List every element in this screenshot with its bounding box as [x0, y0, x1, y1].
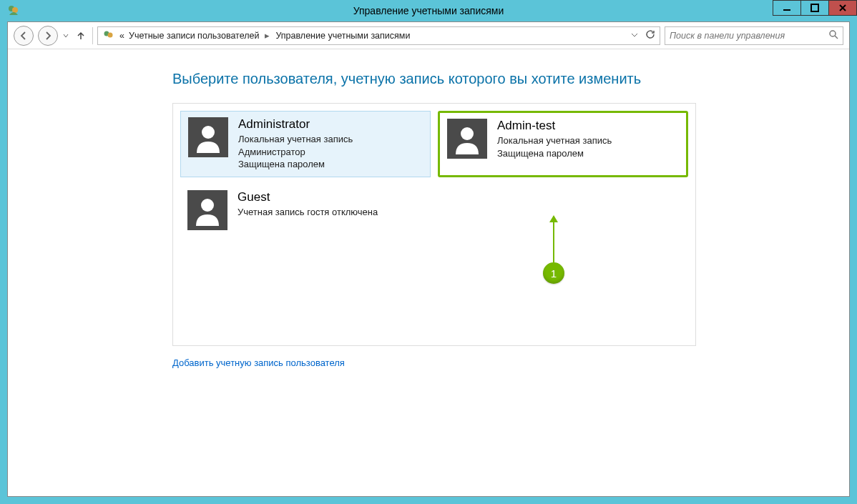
account-meta: Локальная учетная запись — [497, 134, 612, 147]
content-area: Выберите пользователя, учетную запись ко… — [8, 49, 849, 382]
account-name: Administrator — [238, 117, 353, 133]
svg-point-5 — [108, 32, 113, 37]
account-info: Administrator Локальная учетная запись А… — [238, 117, 353, 171]
callout-line — [553, 222, 554, 262]
navigation-bar: « Учетные записи пользователей ▸ Управле… — [8, 22, 849, 49]
minimize-button[interactable] — [773, 0, 801, 16]
avatar-icon — [187, 190, 227, 230]
search-input[interactable] — [670, 31, 828, 41]
svg-point-9 — [201, 199, 214, 212]
svg-point-1 — [12, 7, 18, 13]
refresh-icon[interactable] — [645, 29, 655, 41]
recent-locations-dropdown[interactable] — [62, 33, 69, 39]
svg-point-7 — [202, 126, 215, 139]
breadcrumb-prefix: « — [119, 31, 124, 41]
annotation-callout: 1 — [543, 215, 564, 284]
account-info: Guest Учетная запись гостя отключена — [237, 190, 378, 219]
account-meta: Защищена паролем — [238, 158, 353, 171]
breadcrumb-item[interactable]: Учетные записи пользователей — [129, 31, 260, 41]
account-meta: Локальная учетная запись — [238, 133, 353, 146]
maximize-button[interactable] — [800, 0, 829, 16]
add-user-link[interactable]: Добавить учетную запись пользователя — [172, 357, 345, 368]
back-button[interactable] — [14, 26, 34, 46]
accounts-panel: Administrator Локальная учетная запись А… — [172, 103, 696, 346]
svg-rect-3 — [811, 4, 818, 11]
callout-badge: 1 — [543, 262, 564, 284]
address-dropdown-icon[interactable] — [631, 31, 638, 41]
client-area: « Учетные записи пользователей ▸ Управле… — [7, 21, 850, 497]
avatar-icon — [188, 117, 228, 157]
account-meta: Защищена паролем — [497, 147, 612, 160]
search-icon[interactable] — [828, 29, 838, 41]
account-info: Admin-test Локальная учетная запись Защи… — [497, 119, 612, 159]
page-heading: Выберите пользователя, учетную запись ко… — [172, 71, 835, 87]
app-icon — [7, 4, 20, 17]
window-title: Управление учетными записями — [0, 5, 857, 16]
forward-button[interactable] — [38, 26, 58, 46]
account-meta: Администратор — [238, 146, 353, 159]
svg-point-8 — [461, 127, 474, 140]
account-name: Guest — [237, 190, 378, 206]
account-card-guest[interactable]: Guest Учетная запись гостя отключена — [180, 184, 431, 236]
svg-rect-2 — [783, 9, 790, 11]
address-bar[interactable]: « Учетные записи пользователей ▸ Управле… — [97, 26, 660, 45]
close-button[interactable] — [828, 0, 857, 16]
avatar-icon — [447, 119, 487, 159]
svg-point-6 — [830, 31, 836, 36]
account-name: Admin-test — [497, 119, 612, 134]
account-card-administrator[interactable]: Administrator Локальная учетная запись А… — [180, 111, 431, 177]
account-meta: Учетная запись гостя отключена — [237, 206, 378, 219]
account-card-admin-test[interactable]: Admin-test Локальная учетная запись Защи… — [438, 111, 688, 177]
chevron-right-icon: ▸ — [263, 30, 271, 41]
users-icon — [102, 29, 115, 42]
titlebar[interactable]: Управление учетными записями — [0, 0, 857, 21]
search-box[interactable] — [665, 26, 843, 45]
window-controls — [773, 0, 857, 16]
breadcrumb-item[interactable]: Управление учетными записями — [275, 31, 410, 41]
window: Управление учетными записями — [0, 0, 857, 504]
nav-separator — [92, 27, 93, 44]
callout-arrow-icon — [549, 215, 558, 222]
up-button[interactable] — [74, 29, 88, 43]
